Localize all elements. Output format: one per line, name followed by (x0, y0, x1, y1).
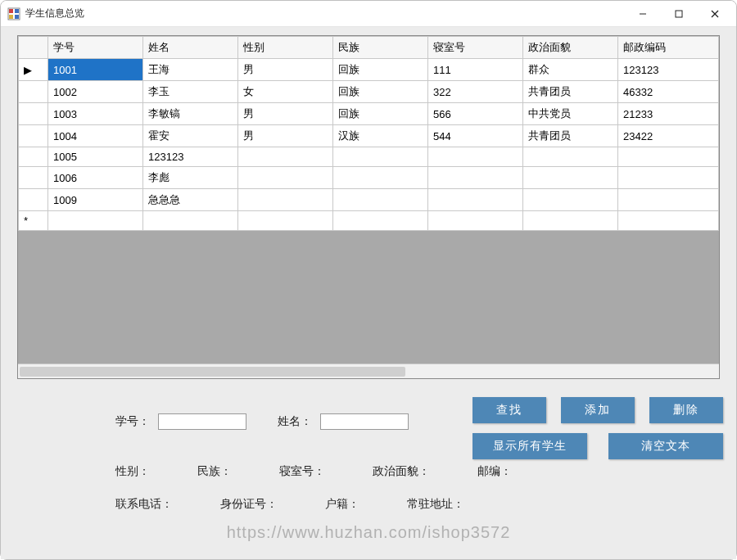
grid-cell[interactable] (523, 147, 618, 167)
title-bar[interactable]: 学生信息总览 (1, 1, 736, 27)
row-header[interactable] (19, 125, 48, 147)
col-header[interactable]: 寝室号 (428, 37, 523, 59)
grid-cell[interactable]: 回族 (333, 103, 428, 125)
grid-cell[interactable] (238, 167, 333, 189)
grid-cell[interactable] (333, 147, 428, 167)
col-header[interactable]: 民族 (333, 37, 428, 59)
grid-cell[interactable] (523, 211, 618, 231)
table-row[interactable]: 1006李彪 (19, 167, 719, 189)
grid-cell[interactable] (428, 211, 523, 231)
row-header[interactable] (19, 103, 48, 125)
scrollbar-thumb[interactable] (20, 367, 405, 377)
row-header[interactable] (19, 167, 48, 189)
horizontal-scrollbar[interactable] (18, 364, 719, 378)
grid-cell[interactable] (333, 189, 428, 211)
grid-cell[interactable] (523, 167, 618, 189)
table-row[interactable]: * (19, 211, 719, 231)
svg-rect-3 (9, 15, 13, 19)
grid-cell[interactable]: 李彪 (143, 167, 238, 189)
col-header[interactable]: 性别 (238, 37, 333, 59)
grid-cell[interactable]: 1001 (48, 59, 143, 81)
grid-cell[interactable] (238, 211, 333, 231)
grid-cell[interactable]: 322 (428, 81, 523, 103)
grid-cell[interactable]: 女 (238, 81, 333, 103)
name-input[interactable] (320, 413, 409, 430)
grid-cell[interactable]: 566 (428, 103, 523, 125)
grid-cell[interactable]: 急急急 (143, 189, 238, 211)
grid-cell[interactable] (618, 189, 719, 211)
table-row[interactable]: ▶1001王海男回族111群众123123 (19, 59, 719, 81)
grid-cell[interactable] (428, 147, 523, 167)
grid-cell[interactable]: 回族 (333, 59, 428, 81)
dorm-label: 寝室号： (279, 464, 325, 479)
svg-rect-1 (9, 9, 13, 13)
politics-label: 政治面貌： (373, 464, 430, 479)
clear-text-button[interactable]: 清空文本 (608, 433, 723, 459)
grid-cell[interactable]: 男 (238, 125, 333, 147)
grid-header-row[interactable]: 学号 姓名 性别 民族 寝室号 政治面貌 邮政编码 (19, 37, 719, 59)
add-button[interactable]: 添加 (561, 397, 635, 423)
grid-cell[interactable]: 中共党员 (523, 103, 618, 125)
search-button[interactable]: 查找 (472, 397, 546, 423)
grid-cell[interactable] (143, 211, 238, 231)
grid-cell[interactable]: 123123 (618, 59, 719, 81)
minimize-button[interactable] (625, 2, 661, 26)
sno-input[interactable] (158, 413, 246, 430)
grid-cell[interactable] (618, 211, 719, 231)
row-header[interactable]: * (19, 211, 48, 231)
grid-cell[interactable] (238, 147, 333, 167)
row-header[interactable] (19, 189, 48, 211)
grid-cell[interactable]: 李玉 (143, 81, 238, 103)
grid-cell[interactable]: 共青团员 (523, 81, 618, 103)
grid-cell[interactable]: 1002 (48, 81, 143, 103)
grid-cell[interactable]: 群众 (523, 59, 618, 81)
grid-cell[interactable]: 王海 (143, 59, 238, 81)
grid-cell[interactable]: 男 (238, 59, 333, 81)
grid-cell[interactable]: 汉族 (333, 125, 428, 147)
col-header[interactable]: 姓名 (143, 37, 238, 59)
grid-cell[interactable] (333, 167, 428, 189)
grid-cell[interactable] (238, 189, 333, 211)
grid-cell[interactable]: 共青团员 (523, 125, 618, 147)
grid-cell[interactable]: 23422 (618, 125, 719, 147)
row-header[interactable] (19, 147, 48, 167)
grid-cell[interactable] (428, 189, 523, 211)
grid-cell[interactable]: 霍安 (143, 125, 238, 147)
grid-cell[interactable]: 21233 (618, 103, 719, 125)
col-header[interactable]: 政治面貌 (523, 37, 618, 59)
grid-cell[interactable] (333, 211, 428, 231)
grid-cell[interactable] (618, 167, 719, 189)
grid-cell[interactable]: 46332 (618, 81, 719, 103)
row-header[interactable]: ▶ (19, 59, 48, 81)
grid-cell[interactable]: 1003 (48, 103, 143, 125)
grid-cell[interactable]: 544 (428, 125, 523, 147)
grid-cell[interactable]: 1009 (48, 189, 143, 211)
grid-cell[interactable]: 男 (238, 103, 333, 125)
show-all-button[interactable]: 显示所有学生 (472, 433, 587, 459)
table-row[interactable]: 1009急急急 (19, 189, 719, 211)
grid-cell[interactable]: 回族 (333, 81, 428, 103)
grid-cell[interactable]: 111 (428, 59, 523, 81)
grid-cell[interactable]: 李敏镐 (143, 103, 238, 125)
row-header[interactable] (19, 81, 48, 103)
table-row[interactable]: 1005123123 (19, 147, 719, 167)
grid-cell[interactable] (428, 167, 523, 189)
grid-cell[interactable] (618, 147, 719, 167)
data-grid[interactable]: 学号 姓名 性别 民族 寝室号 政治面貌 邮政编码 ▶1001王海男回族111群… (17, 35, 720, 379)
table-row[interactable]: 1002李玉女回族322共青团员46332 (19, 81, 719, 103)
col-header[interactable]: 邮政编码 (618, 37, 719, 59)
grid-cell[interactable] (523, 189, 618, 211)
table-row[interactable]: 1004霍安男汉族544共青团员23422 (19, 125, 719, 147)
grid-cell[interactable]: 123123 (143, 147, 238, 167)
grid-cell[interactable]: 1005 (48, 147, 143, 167)
maximize-button[interactable] (661, 2, 697, 26)
grid-empty-area (18, 231, 719, 364)
row-header-corner[interactable] (19, 37, 48, 59)
delete-button[interactable]: 删除 (649, 397, 723, 423)
grid-cell[interactable]: 1004 (48, 125, 143, 147)
close-button[interactable] (697, 2, 733, 26)
grid-cell[interactable] (48, 211, 143, 231)
table-row[interactable]: 1003李敏镐男回族566中共党员21233 (19, 103, 719, 125)
grid-cell[interactable]: 1006 (48, 167, 143, 189)
col-header[interactable]: 学号 (48, 37, 143, 59)
